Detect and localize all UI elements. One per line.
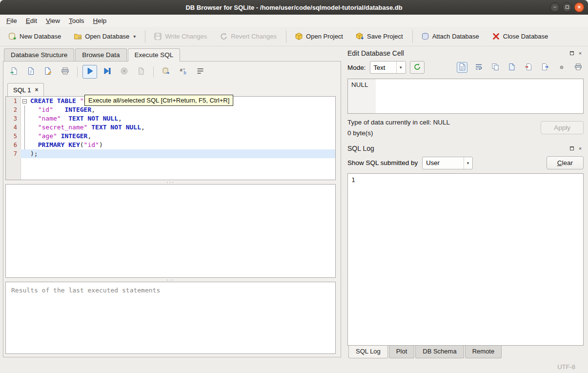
save-results-icon [137,67,145,77]
stop-icon [120,67,128,77]
toolbar-separator [153,66,154,77]
menu-help[interactable]: Help [89,16,111,26]
app-window: DB Browser for SQLite - /home/user/code/… [0,0,588,373]
find-replace-icon: ab [179,67,187,77]
maximize-button[interactable] [562,2,572,12]
menu-edit[interactable]: Edit [21,16,41,26]
cell-set-null-button[interactable] [556,62,567,73]
splitter-handle-icon: ··· [166,181,175,184]
code-line[interactable]: 2 "id" INTEGER, [6,105,335,114]
toolbar-separator [145,30,145,43]
print-sql-button[interactable] [58,65,72,79]
code-line[interactable]: 7); [6,149,335,158]
cell-import-button[interactable] [523,62,534,73]
fold-guide [20,123,29,132]
window-title: DB Browser for SQLite - /home/user/code/… [185,4,402,11]
attach-database-icon [421,32,429,41]
menu-view[interactable]: View [41,16,64,26]
attach-database-button[interactable]: Attach Database [417,29,484,43]
open-project-label: Open Project [306,33,343,40]
cell-save-button[interactable] [507,62,517,73]
close-sql-tab-icon[interactable]: × [35,86,38,93]
save-sql-file-as-button[interactable] [41,65,55,79]
tab-sql-log[interactable]: SQL Log [348,346,388,358]
cell-value-editor[interactable]: NULL [347,79,584,114]
code-line[interactable]: 5 "age" INTEGER, [6,132,335,141]
close-panel-icon[interactable]: × [577,50,584,57]
menu-file[interactable]: File [2,16,21,26]
status-encoding: UTF-8 [557,363,575,371]
execute-line-button[interactable] [100,65,114,79]
sql-log-filter-label: Show SQL submitted by [347,159,418,166]
sql-toolbar: ab [5,64,336,80]
find-replace-button[interactable]: ab [176,65,190,79]
horizontal-splitter[interactable]: ··· [5,180,336,184]
bottom-tab-bar: SQL Log Plot DB Schema Remote [347,346,584,358]
fold-toggle-icon[interactable]: − [20,97,29,105]
cell-copy-button[interactable] [490,62,501,73]
execute-sql-panel: ab SQL 1 × 1−CREATE TABLE "hero" (2 "id"… [3,61,341,357]
cell-text-mode-button[interactable] [457,62,467,73]
results-message-pane[interactable]: Results of the last executed statements [5,282,336,354]
revert-changes-label: Revert Changes [231,33,277,40]
horizontal-splitter[interactable]: ··· [5,278,336,282]
tab-remote[interactable]: Remote [465,346,502,358]
save-project-label: Save Project [367,33,403,40]
window-controls: − × [550,2,584,12]
execute-tooltip: Execute all/selected SQL [Ctrl+Return, F… [84,95,233,106]
open-sql-file-button[interactable] [6,65,21,79]
print-icon [574,63,582,72]
execute-all-icon [86,67,94,77]
stop-execution-button [117,65,131,79]
close-panel-icon[interactable]: × [577,145,584,152]
float-panel-icon[interactable] [568,145,575,152]
cell-word-wrap-button[interactable] [473,62,484,73]
toolbar-separator [286,30,286,43]
close-database-label: Close Database [503,33,548,40]
float-panel-icon[interactable] [568,50,575,57]
close-button[interactable]: × [574,2,584,12]
menu-tools[interactable]: Tools [64,16,89,26]
close-database-button[interactable]: Close Database [487,29,553,43]
export-data-button[interactable] [159,65,173,79]
open-database-menu-arrow[interactable]: ▾ [133,34,136,39]
write-changes-button: Write Changes [149,29,211,43]
open-project-button[interactable]: Open Project [290,29,347,43]
sql-editor[interactable]: 1−CREATE TABLE "hero" (2 "id" INTEGER,3 … [5,96,336,180]
save-project-button[interactable]: Save Project [351,29,407,43]
titlebar[interactable]: DB Browser for SQLite - /home/user/code/… [0,0,588,15]
clear-log-button[interactable]: Clear [547,156,584,169]
mode-combobox[interactable]: Text ▾ [370,61,406,74]
cell-editor-icons [457,62,584,73]
tab-plot[interactable]: Plot [389,346,414,358]
edit-cell-title: Edit Database Cell [347,49,567,57]
tab-database-structure[interactable]: Database Structure [4,48,74,62]
tab-execute-sql[interactable]: Execute SQL [128,48,181,62]
apply-cell-button[interactable] [410,61,425,74]
execute-all-button[interactable] [82,65,97,79]
word-wrap-button[interactable] [193,65,207,79]
save-sql-file-button[interactable] [23,65,38,79]
apply-button: Apply [541,121,584,134]
minimize-button[interactable]: − [550,2,560,12]
set-null-icon [558,63,566,72]
toolbar-separator [412,30,413,43]
tab-browse-data[interactable]: Browse Data [75,48,126,62]
sql-editor-tab[interactable]: SQL 1 × [7,83,44,96]
open-database-button[interactable]: Open Database ▾ [69,29,140,43]
edit-cell-toolbar: Mode: Text ▾ [347,59,584,76]
code-line[interactable]: 3 "name" TEXT NOT NULL, [6,114,335,123]
sql-log-area[interactable]: 1 [347,173,584,346]
code-line[interactable]: 4 "secret_name" TEXT NOT NULL, [6,123,335,132]
minimize-icon: − [553,4,556,10]
sql-editor-tab-label: SQL 1 [13,86,31,94]
results-grid[interactable] [5,184,336,278]
code-line[interactable]: 6 PRIMARY KEY("id") [6,141,335,149]
cell-print-button[interactable] [573,62,584,73]
fold-guide [20,149,29,158]
new-database-button[interactable]: New Database [4,29,65,43]
cell-export-button[interactable] [540,62,550,73]
tab-db-schema[interactable]: DB Schema [415,346,464,358]
mode-label: Mode: [347,64,366,71]
sql-log-filter-combobox[interactable]: User ▾ [422,157,473,169]
